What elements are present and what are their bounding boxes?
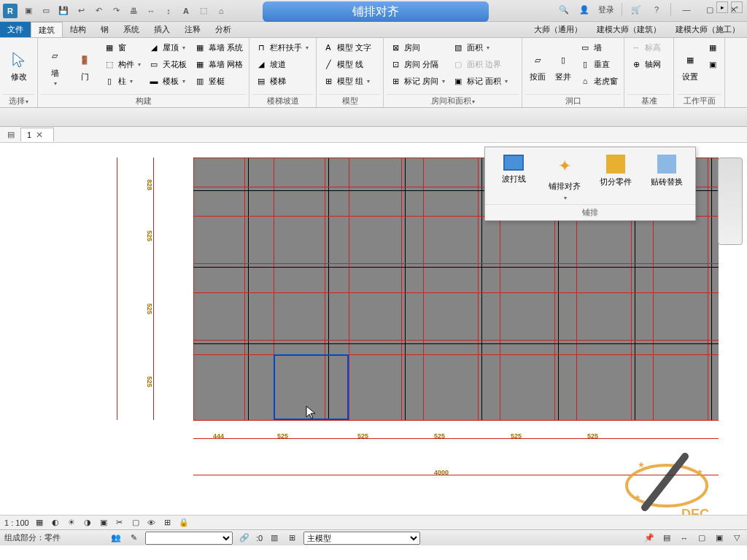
tab-structure[interactable]: 结构 [63, 22, 93, 37]
navigation-bar[interactable] [718, 158, 743, 245]
help-icon[interactable]: ? [650, 3, 663, 16]
cart-icon[interactable]: 🛒 [630, 3, 643, 16]
qat-print-icon[interactable]: 🖶 [127, 4, 140, 18]
scale-label[interactable]: 1 : 100 [4, 518, 29, 527]
panel-model[interactable]: 模型 [320, 94, 380, 107]
tab-analyze[interactable]: 分析 [208, 22, 239, 37]
app-icon[interactable]: R [3, 4, 18, 18]
filter-icon[interactable]: ▥ [268, 532, 280, 544]
set-button[interactable]: ▦设置 [677, 39, 703, 93]
roof-button[interactable]: ◢屋顶▾ [145, 39, 190, 55]
room-sep-button[interactable]: ⊡房间 分隔 [387, 56, 448, 72]
qat-redo-icon[interactable]: ↷ [109, 4, 123, 18]
qat-open-icon[interactable]: ▭ [39, 4, 53, 18]
ribbon-scroll-icon[interactable]: ▸ [716, 1, 728, 13]
constraints-icon[interactable]: 🔒 [178, 517, 190, 529]
qat-measure-icon[interactable]: ↔ [144, 4, 158, 18]
room-button[interactable]: ⊠房间 [387, 39, 448, 55]
reveal-icon[interactable]: ⊞ [162, 517, 174, 529]
tag-area-button[interactable]: ▣标记 面积▾ [449, 73, 511, 89]
door-button[interactable]: 🚪门 [71, 39, 99, 93]
tile-align-button[interactable]: ✦铺排对齐▾ [539, 152, 590, 204]
model-group-button[interactable]: ⊞模型 组▾ [320, 73, 374, 89]
detail-level-icon[interactable]: ▦ [34, 517, 45, 529]
tab-systems[interactable]: 系统 [116, 22, 147, 37]
mullion-button[interactable]: ▥竖梃 [191, 73, 246, 89]
vertical-button[interactable]: ▯垂直 [576, 56, 621, 72]
panel-circulation[interactable]: 楼梯坡道 [252, 94, 313, 107]
viewer-button[interactable]: ▣ [704, 56, 721, 72]
panel-select[interactable]: 选择▾ [3, 94, 34, 107]
qat-align-icon[interactable]: ↕ [162, 4, 175, 18]
select-underlay-icon[interactable]: ▤ [661, 532, 673, 544]
crop-region-icon[interactable]: ▢ [130, 517, 142, 529]
tab-insert[interactable]: 插入 [147, 22, 177, 37]
modify-button[interactable]: 修改 [3, 39, 34, 93]
select-face-icon[interactable]: ▢ [696, 532, 708, 544]
user-icon[interactable]: 👤 [578, 3, 591, 16]
sun-path-icon[interactable]: ☀ [66, 517, 77, 529]
split-parts-button[interactable]: 切分零件 [590, 152, 641, 204]
ramp-button[interactable]: ◢坡道 [252, 56, 311, 72]
view-list-icon[interactable]: ▤ [4, 128, 18, 141]
qat-sync-icon[interactable]: ↩ [74, 4, 88, 18]
qat-home-icon[interactable]: ▣ [22, 4, 35, 18]
tile-replace-button[interactable]: 贴砖替换 [641, 152, 692, 204]
ribbon-collapse-icon[interactable]: ▫ [731, 1, 743, 13]
hide-icon[interactable]: 👁 [146, 517, 158, 529]
main-model-select[interactable]: 主模型 [303, 532, 420, 545]
filter-count[interactable]: :0 [256, 534, 263, 542]
area-boundary-button[interactable]: ▢面积 边界 [449, 56, 511, 72]
qat-save-icon[interactable]: 💾 [57, 4, 70, 18]
curtain-grid-button[interactable]: ▦幕墙 网格 [191, 56, 246, 72]
model-text-button[interactable]: A模型 文字 [320, 39, 374, 55]
tab-master-construct[interactable]: 建模大师（施工） [668, 22, 747, 37]
editable-only-icon[interactable]: ✎ [128, 532, 139, 544]
show-button[interactable]: ▦ [704, 39, 721, 55]
qat-3d-icon[interactable]: ⬚ [197, 4, 210, 18]
shaft-button[interactable]: ▯竖井 [551, 39, 575, 93]
wave-line-button[interactable]: 波打线 [488, 152, 539, 204]
tab-master-general[interactable]: 大师（通用） [527, 22, 589, 37]
dormer-button[interactable]: ⌂老虎窗 [576, 73, 621, 89]
grid-button[interactable]: ⊕轴网 [627, 56, 664, 72]
tab-steel[interactable]: 钢 [93, 22, 116, 37]
maximize-icon[interactable]: ▢ [702, 3, 718, 16]
ceiling-button[interactable]: ▭天花板 [145, 56, 190, 72]
tab-master-arch[interactable]: 建模大师（建筑） [589, 22, 668, 37]
worksets-icon[interactable]: 👥 [110, 532, 122, 544]
visual-style-icon[interactable]: ◐ [50, 517, 61, 529]
shadows-icon[interactable]: ◑ [82, 517, 93, 529]
area-button[interactable]: ▧面积▾ [449, 39, 511, 55]
view-tab-close-icon[interactable]: ✕ [36, 130, 43, 140]
crop-icon[interactable]: ✂ [114, 517, 125, 529]
search-icon[interactable]: 🔍 [557, 3, 570, 16]
component-button[interactable]: ⬚构件▾ [101, 56, 144, 72]
tab-file[interactable]: 文件 [0, 22, 31, 37]
wall-opening-button[interactable]: ▭墙 [576, 39, 621, 55]
view-tab[interactable]: 1 ✕ [20, 128, 54, 141]
panel-datum[interactable]: 基准 [627, 94, 670, 107]
tab-architecture[interactable]: 建筑 [31, 22, 63, 37]
column-button[interactable]: ▯柱▾ [101, 73, 144, 89]
select-links-icon[interactable]: 🔗 [239, 532, 250, 544]
by-face-button[interactable]: ▱按面 [525, 39, 549, 93]
rendering-icon[interactable]: ▣ [98, 517, 109, 529]
tag-room-button[interactable]: ⊞标记 房间▾ [387, 73, 448, 89]
curtain-system-button[interactable]: ▦幕墙 系统 [191, 39, 246, 55]
login-label[interactable]: 登录 [598, 4, 614, 15]
tab-annotate[interactable]: 注释 [177, 22, 208, 37]
drag-icon[interactable]: ↔ [678, 532, 690, 544]
panel-room-area[interactable]: 房间和面积▾ [387, 94, 519, 107]
background-icon[interactable]: ▣ [713, 532, 725, 544]
window-button[interactable]: ▦窗 [101, 39, 144, 55]
qat-section-icon[interactable]: ⌂ [214, 4, 228, 18]
railing-button[interactable]: ⊓栏杆扶手▾ [252, 39, 311, 55]
level-button[interactable]: ↔标高 [627, 39, 664, 55]
wall-button[interactable]: ▱墙▾ [41, 39, 69, 93]
filter-funnel-icon[interactable]: ▽ [731, 532, 743, 544]
canvas-area[interactable]: 444 525 525 525 525 525 4000 828 525 525… [0, 143, 747, 529]
panel-workplane[interactable]: 工作平面 [677, 94, 721, 107]
floor-button[interactable]: ▬楼板▾ [145, 73, 190, 89]
select-pinned-icon[interactable]: 📌 [643, 532, 655, 544]
